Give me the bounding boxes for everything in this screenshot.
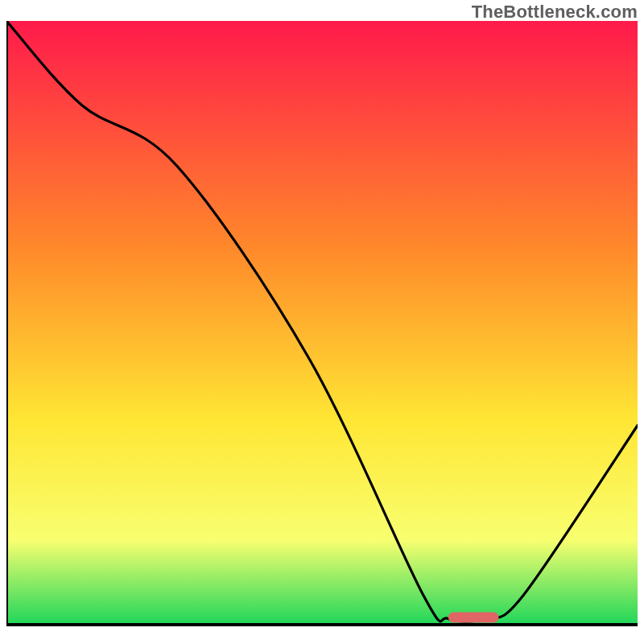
chart-container: TheBottleneck.com [0,0,644,644]
plot-svg [6,21,638,638]
watermark-text: TheBottleneck.com [472,2,638,23]
gradient-background [6,21,638,625]
plot-area [6,21,638,638]
optimum-marker [448,613,499,623]
